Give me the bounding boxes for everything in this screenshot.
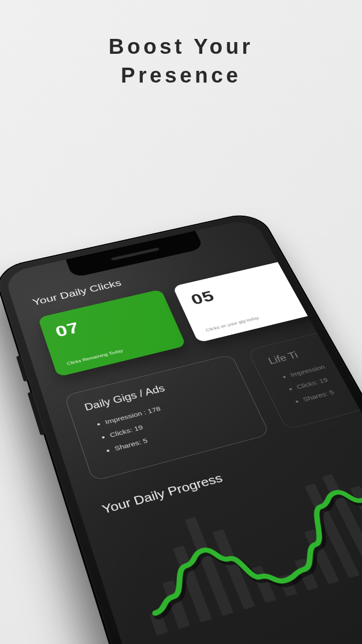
lifetime-panel[interactable]: Life Ti Impression Clicks: 19 Shares: 5 <box>247 312 362 430</box>
app-content: Your Daily Clicks 07 Clicks Remaining To… <box>31 244 362 644</box>
phone-stage: Your Daily Clicks 07 Clicks Remaining To… <box>59 123 362 644</box>
hero-line-1: Boost Your <box>109 32 253 61</box>
clicks-on-gig-card[interactable]: 05 Clicks on your gig today <box>172 259 320 343</box>
svg-rect-5 <box>251 566 276 604</box>
phone-mockup: Your Daily Clicks 07 Clicks Remaining To… <box>0 210 362 644</box>
phone-screen: Your Daily Clicks 07 Clicks Remaining To… <box>4 218 362 644</box>
clicks-remaining-caption: Clicks Remaining Today <box>66 337 171 366</box>
svg-rect-0 <box>150 612 168 635</box>
phone-body: Your Daily Clicks 07 Clicks Remaining To… <box>0 210 362 644</box>
hero-title: Boost Your Presence <box>109 32 253 89</box>
svg-rect-4 <box>212 529 255 610</box>
svg-rect-9 <box>305 484 360 578</box>
svg-rect-6 <box>278 574 298 597</box>
chart-curve <box>133 476 362 618</box>
chart-curve-shadow <box>136 478 362 621</box>
clicks-remaining-value: 07 <box>53 301 160 341</box>
volume-down-button[interactable] <box>27 392 45 435</box>
speaker-grille <box>111 247 160 261</box>
svg-rect-11 <box>350 486 362 566</box>
svg-rect-2 <box>173 545 212 623</box>
daily-progress-chart <box>110 452 362 639</box>
hero-line-2: Presence <box>109 61 253 89</box>
volume-up-button[interactable] <box>16 355 28 381</box>
lifetime-title: Life Ti <box>267 324 362 366</box>
svg-rect-1 <box>162 580 190 629</box>
svg-rect-7 <box>294 558 318 591</box>
svg-rect-3 <box>185 517 234 616</box>
clicks-on-gig-caption: Clicks on your gig today <box>205 305 305 332</box>
svg-rect-10 <box>322 474 362 572</box>
daily-gigs-panel[interactable]: Daily Gigs / Ads Impression : 178 Clicks… <box>64 354 270 482</box>
chart-bars <box>121 458 362 635</box>
svg-rect-8 <box>304 529 339 584</box>
clicks-on-gig-value: 05 <box>188 271 292 308</box>
clicks-remaining-card[interactable]: 07 Clicks Remaining Today <box>38 289 186 377</box>
